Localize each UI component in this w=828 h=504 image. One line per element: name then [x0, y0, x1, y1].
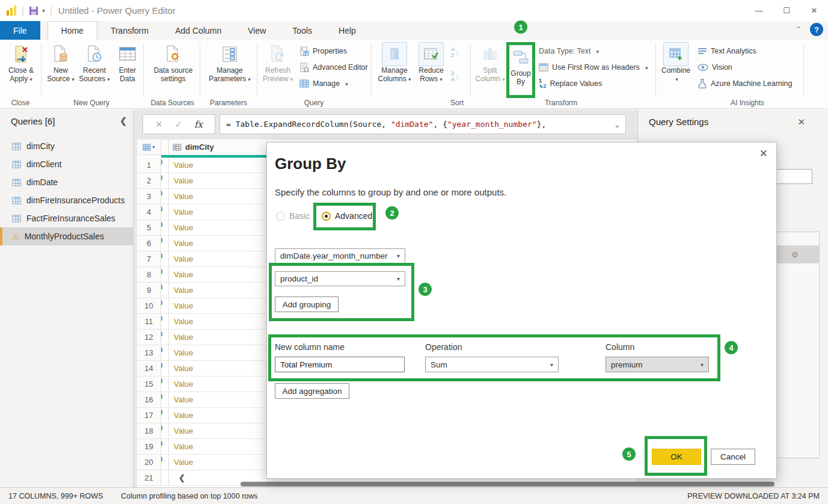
row-number[interactable]: 6	[137, 236, 161, 251]
tab-home[interactable]: Home	[48, 21, 97, 40]
row-number[interactable]: 14	[137, 361, 161, 376]
refresh-preview-button[interactable]: Refresh Preview	[261, 43, 295, 84]
row-number[interactable]: 4	[137, 204, 161, 220]
formula-bar-input[interactable]: = Table.ExpandRecordColumn(Source, "dimD…	[219, 114, 626, 134]
row-number[interactable]: 3	[137, 189, 161, 204]
status-profiling[interactable]: Column profiling based on top 1000 rows	[121, 492, 257, 500]
row-number[interactable]: 10	[137, 298, 161, 314]
close-and-apply-button[interactable]: Close & Apply	[4, 43, 38, 84]
close-dialog-icon[interactable]: ✕	[759, 147, 768, 160]
text-analytics-button[interactable]: Text Analytics	[698, 45, 756, 58]
row-number[interactable]: 2	[137, 173, 161, 189]
collapse-queries-icon[interactable]: ❮	[120, 116, 127, 126]
replace-values-button[interactable]: 1↳2 Replace Values	[539, 77, 602, 90]
value-link[interactable]: Value	[169, 408, 268, 423]
row-number[interactable]: 5	[137, 220, 161, 236]
tab-tools[interactable]: Tools	[279, 21, 325, 40]
value-link[interactable]: Value	[169, 236, 268, 251]
row-number[interactable]: 1	[137, 158, 161, 173]
save-icon[interactable]	[29, 6, 38, 16]
minimize-button[interactable]: —	[745, 0, 773, 21]
manage-parameters-button[interactable]: Manage Parameters	[204, 43, 256, 84]
value-link[interactable]: Value	[169, 251, 268, 267]
value-link[interactable]: Value	[169, 455, 268, 470]
maximize-button[interactable]: ☐	[773, 0, 800, 21]
ok-button[interactable]: OK	[652, 449, 701, 465]
select-all-cell[interactable]: ▾	[137, 140, 161, 155]
tab-add-column[interactable]: Add Column	[162, 21, 235, 40]
query-item[interactable]: dimCity	[0, 137, 133, 155]
row-number[interactable]: 19	[137, 439, 161, 455]
row-number[interactable]: 9	[137, 283, 161, 298]
horizontal-scrollbar-thumb[interactable]	[241, 482, 774, 487]
value-link[interactable]: Value	[169, 173, 268, 189]
value-link[interactable]: Value	[169, 298, 268, 314]
value-link[interactable]: Value	[169, 423, 268, 439]
query-name-input[interactable]	[775, 169, 812, 184]
value-link[interactable]: Value	[169, 376, 268, 392]
manage-columns-button[interactable]: Manage Columns	[376, 43, 412, 84]
add-aggregation-button[interactable]: Add aggregation	[275, 383, 349, 399]
value-link[interactable]: Value	[169, 439, 268, 455]
enter-data-button[interactable]: Enter Data	[114, 43, 141, 83]
column-header-dimcity[interactable]: dimCity	[169, 140, 268, 155]
group-by-button[interactable]: Group By	[508, 46, 533, 86]
row-number[interactable]: 16	[137, 392, 161, 408]
row-number[interactable]: 15	[137, 376, 161, 392]
value-link[interactable]: Value	[169, 220, 268, 236]
tab-transform[interactable]: Transform	[97, 21, 162, 40]
formula-expand-caret-icon[interactable]: ⌄	[615, 120, 619, 129]
row-number[interactable]: 17	[137, 408, 161, 423]
row-number[interactable]: 8	[137, 267, 161, 283]
radio-basic[interactable]: Basic	[276, 211, 310, 221]
row-number[interactable]: 20	[137, 455, 161, 470]
row-number[interactable]: 11	[137, 314, 161, 330]
value-link[interactable]: Value	[169, 345, 268, 361]
close-query-settings-icon[interactable]: ✕	[797, 117, 805, 128]
help-icon[interactable]: ?	[810, 23, 823, 36]
row-number[interactable]: 18	[137, 423, 161, 439]
sort-ascending-icon[interactable]: AZ↓	[451, 47, 459, 58]
properties-button[interactable]: Properties	[299, 45, 347, 58]
radio-advanced[interactable]: Advanced	[322, 211, 372, 221]
query-item[interactable]: FactFireInsuranceSales	[0, 209, 133, 227]
value-link[interactable]: Value	[169, 330, 268, 345]
query-item[interactable]: dimDate	[0, 173, 133, 191]
tab-view[interactable]: View	[235, 21, 279, 40]
new-source-button[interactable]: New Source	[45, 43, 76, 84]
add-grouping-button[interactable]: Add grouping	[275, 297, 339, 312]
manage-query-button[interactable]: Manage	[299, 77, 348, 90]
formula-commit-icon[interactable]: ✓	[174, 119, 182, 130]
value-link[interactable]: Value	[169, 283, 268, 298]
collapse-ribbon-icon[interactable]: ⌃	[796, 25, 802, 34]
operation-dropdown[interactable]: Sum▾	[425, 357, 559, 372]
quick-access-caret-icon[interactable]: ▾	[42, 8, 45, 14]
row-number[interactable]: 13	[137, 345, 161, 361]
formula-cancel-icon[interactable]: ✕	[155, 119, 163, 130]
sort-descending-icon[interactable]: ZA↓	[451, 71, 459, 82]
value-link[interactable]: Value	[169, 189, 268, 204]
scroll-left-icon[interactable]: ❮	[179, 473, 185, 482]
value-link[interactable]: Value	[169, 204, 268, 220]
close-window-button[interactable]: ✕	[800, 0, 828, 21]
reduce-rows-button[interactable]: Reduce Rows	[415, 43, 447, 84]
column-dropdown[interactable]: premium▾	[606, 357, 709, 372]
row-number[interactable]: 7	[137, 251, 161, 267]
fx-icon[interactable]: fx	[194, 119, 203, 130]
applied-step-selected[interactable]: ⚙	[771, 245, 819, 263]
query-item[interactable]: ⚠MonthlyProductSales	[0, 227, 133, 245]
partial-column-header[interactable]	[161, 140, 169, 155]
tab-help[interactable]: Help	[325, 21, 369, 40]
step-settings-gear-icon[interactable]: ⚙	[791, 250, 799, 259]
group-column-dropdown-1[interactable]: dimDate.year_month_number▾	[275, 248, 405, 263]
advanced-editor-button[interactable]: Advanced Editor	[299, 61, 368, 74]
value-link[interactable]: Value	[169, 361, 268, 376]
group-column-dropdown-2[interactable]: product_id▾	[275, 271, 405, 286]
data-type-button[interactable]: Data Type: Text	[539, 45, 599, 58]
value-link[interactable]: Value	[169, 392, 268, 408]
use-first-row-as-headers-button[interactable]: Use First Row as Headers	[539, 61, 648, 74]
tab-file[interactable]: File	[0, 21, 40, 40]
combine-button[interactable]: Combine	[659, 43, 693, 84]
query-item[interactable]: dimClient	[0, 155, 133, 173]
cancel-button[interactable]: Cancel	[711, 449, 755, 465]
